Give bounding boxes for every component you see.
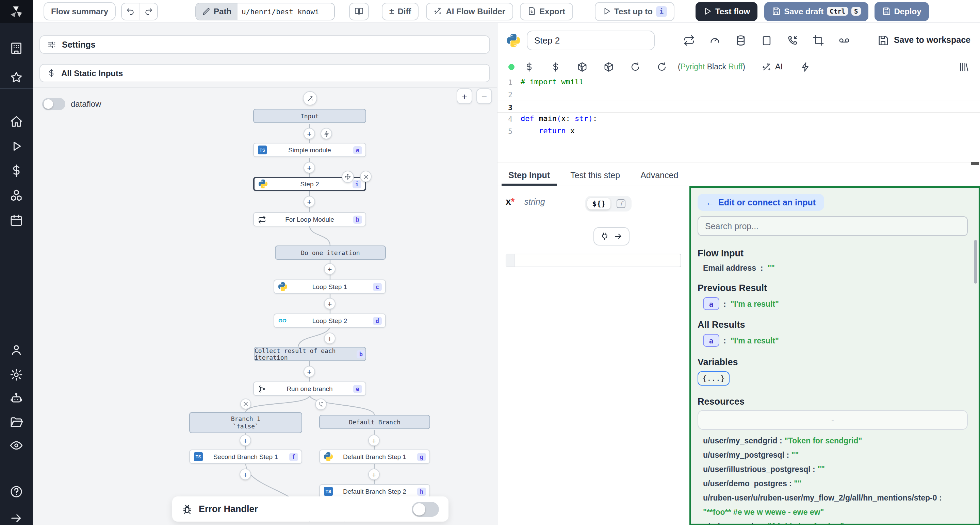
- add-step-button[interactable]: +: [240, 435, 251, 446]
- node-branch-1[interactable]: Branch 1 `false`: [189, 412, 302, 433]
- redo-button[interactable]: [140, 3, 157, 19]
- connect-input-button[interactable]: [593, 227, 630, 246]
- frame-icon[interactable]: [813, 34, 824, 46]
- remove-branch-button[interactable]: [240, 398, 251, 409]
- resources-placeholder-box[interactable]: -: [698, 410, 968, 430]
- add-step-button[interactable]: +: [324, 298, 336, 309]
- path-edit-button[interactable]: Path: [196, 3, 237, 19]
- docs-button[interactable]: [349, 2, 369, 20]
- node-collect-result[interactable]: Collect result of each iteration b: [254, 347, 366, 361]
- settings-gear-icon[interactable]: [10, 368, 23, 382]
- node-second-branch-step-1[interactable]: TS Second Branch Step 1 f: [189, 449, 302, 464]
- edit-or-connect-back-button[interactable]: ← Edit or connect an input: [698, 194, 824, 211]
- resource-row[interactable]: u/user/my_sendgrid : "Token for sendgrid…: [703, 434, 973, 448]
- tab-test-this-step[interactable]: Test this step: [569, 165, 621, 186]
- flow-summary-button[interactable]: Flow summary: [43, 2, 116, 21]
- ai-assistant-button[interactable]: AI: [762, 62, 783, 72]
- undo-button[interactable]: [122, 3, 140, 19]
- code-line[interactable]: 2: [498, 89, 980, 101]
- add-step-button[interactable]: +: [368, 469, 380, 480]
- lightning-icon[interactable]: [801, 62, 811, 72]
- code-editor[interactable]: 1# import wmill234def main(x: str):5 ret…: [498, 76, 980, 163]
- dollar-icon[interactable]: [524, 62, 534, 72]
- node-do-one-iteration[interactable]: Do one iteration: [275, 246, 386, 260]
- windmill-logo[interactable]: [0, 0, 33, 23]
- resources-cubes-icon[interactable]: [10, 189, 23, 203]
- audit-eye-icon[interactable]: [10, 439, 23, 452]
- favorites-star-icon[interactable]: [10, 71, 23, 84]
- flow-input-ai-button[interactable]: [303, 91, 317, 105]
- flow-input-row[interactable]: Email address : "": [703, 264, 775, 272]
- add-step-button[interactable]: +: [304, 366, 315, 377]
- add-step-button[interactable]: +: [240, 469, 251, 480]
- function-mode-button[interactable]: f: [612, 198, 630, 209]
- workspace-building-icon[interactable]: [10, 41, 23, 55]
- previous-result-row[interactable]: a : "I'm a result": [703, 297, 779, 310]
- add-branch-button[interactable]: [315, 398, 327, 410]
- add-step-button[interactable]: +: [368, 435, 380, 446]
- search-prop-input[interactable]: [698, 216, 968, 236]
- resource-row[interactable]: u/ruben-user/u/ruben-user/my_flow_2/g/al…: [703, 491, 973, 520]
- code-line[interactable]: 4def main(x: str):: [498, 113, 980, 125]
- trigger-bolt-button[interactable]: [321, 128, 332, 140]
- variables-dollar-icon[interactable]: [10, 164, 23, 178]
- suspend-phone-icon[interactable]: [787, 34, 798, 46]
- lint-assistants-label[interactable]: (Pyright Black Ruff): [678, 63, 745, 71]
- deploy-button[interactable]: Deploy: [875, 2, 929, 21]
- result-id-badge[interactable]: a: [703, 297, 719, 310]
- variables-badge[interactable]: {...}: [698, 371, 730, 385]
- add-step-button[interactable]: +: [304, 162, 315, 173]
- resource-row[interactable]: u/ruben-user/… : "24 this is a foo bar": [703, 520, 973, 525]
- resource-row[interactable]: u/user/illustrious_postgresql : "": [703, 462, 973, 477]
- code-line[interactable]: 5 return x: [498, 125, 980, 137]
- package-icon[interactable]: [604, 62, 614, 72]
- error-handler-toggle[interactable]: [412, 501, 439, 517]
- node-default-branch[interactable]: Default Branch: [319, 415, 430, 429]
- save-to-workspace-button[interactable]: Save to workspace: [878, 34, 970, 46]
- delete-step-button[interactable]: [360, 171, 372, 182]
- code-line[interactable]: 1# import wmill: [498, 76, 980, 89]
- dollar-icon[interactable]: [550, 62, 561, 72]
- add-step-button[interactable]: +: [324, 263, 336, 275]
- test-up-to-button[interactable]: Test up to i: [595, 2, 675, 21]
- help-icon[interactable]: [10, 485, 23, 498]
- gauge-icon[interactable]: [709, 34, 721, 46]
- refresh-icon[interactable]: [657, 62, 667, 72]
- refresh-icon[interactable]: [630, 62, 640, 72]
- cache-database-icon[interactable]: [735, 34, 746, 46]
- resource-row[interactable]: u/user/my_postgresql : "": [703, 448, 973, 462]
- argument-value-input[interactable]: [506, 254, 681, 267]
- users-person-icon[interactable]: [10, 343, 23, 357]
- export-button[interactable]: Export: [520, 2, 573, 20]
- library-icon[interactable]: [959, 62, 969, 72]
- schedules-calendar-icon[interactable]: [10, 214, 23, 227]
- tab-step-input[interactable]: Step Input: [507, 165, 551, 186]
- path-input[interactable]: [237, 3, 334, 19]
- retry-icon[interactable]: [683, 34, 695, 46]
- save-draft-button[interactable]: Save draft Ctrl S: [764, 2, 868, 21]
- ai-flow-builder-button[interactable]: AI Flow Builder: [426, 2, 513, 20]
- folders-icon[interactable]: [10, 416, 23, 429]
- runs-play-icon[interactable]: [10, 140, 23, 153]
- node-for-loop-module[interactable]: For Loop Module b: [253, 212, 366, 227]
- package-icon[interactable]: [577, 62, 587, 72]
- move-step-button[interactable]: [342, 171, 354, 183]
- diff-button[interactable]: ± Diff: [382, 2, 418, 20]
- add-step-button[interactable]: +: [304, 196, 315, 208]
- step-title-input[interactable]: [527, 30, 655, 50]
- workers-robot-icon[interactable]: [10, 392, 23, 405]
- node-loop-step-2[interactable]: GO Loop Step 2 d: [274, 314, 386, 328]
- node-loop-step-1[interactable]: Loop Step 1 c: [274, 279, 386, 294]
- all-results-row[interactable]: a : "I'm a result": [703, 334, 779, 347]
- panel-scrollbar-thumb[interactable]: [974, 240, 977, 284]
- home-icon[interactable]: [10, 115, 23, 128]
- code-line[interactable]: 3: [498, 101, 980, 113]
- tab-advanced[interactable]: Advanced: [639, 165, 679, 186]
- mock-square-icon[interactable]: [761, 34, 772, 46]
- node-default-branch-step-1[interactable]: Default Branch Step 1 g: [319, 449, 430, 464]
- template-mode-button[interactable]: ${}: [587, 198, 611, 209]
- resource-row[interactable]: u/user/demo_postgres : "": [703, 477, 973, 491]
- node-simple-module[interactable]: TS Simple module a: [253, 143, 366, 157]
- node-run-one-branch[interactable]: Run one branch e: [253, 382, 366, 396]
- voicemail-tape-icon[interactable]: [838, 34, 850, 46]
